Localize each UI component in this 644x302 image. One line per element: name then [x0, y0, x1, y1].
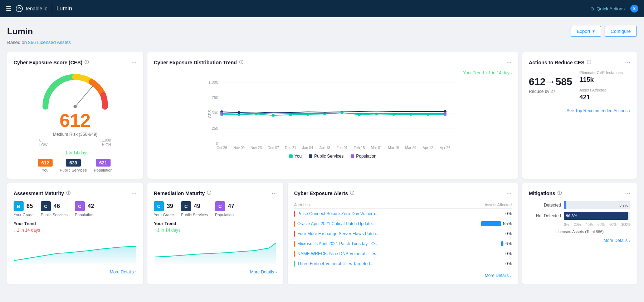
alert-indicator: [294, 221, 295, 227]
export-button[interactable]: Export ▾: [571, 26, 601, 37]
assessment-menu-icon[interactable]: ···: [131, 189, 137, 197]
remed-more-details[interactable]: More Details ›: [154, 269, 277, 274]
score-population-badge: 621: [96, 159, 111, 167]
eliminate-label: Eliminate CVE Instances: [579, 70, 623, 75]
legend-population-label: Population: [356, 154, 376, 159]
alert-link[interactable]: Oracle April 2021 Critical Patch Update.…: [297, 221, 375, 226]
miti-axis: 0% 20% 40% 60% 80% 100%: [564, 223, 630, 227]
ces-trend-value: ↓ 1 in 14 days: [62, 150, 88, 155]
miti-more-details[interactable]: More Details ›: [529, 238, 630, 243]
trend-info-icon[interactable]: ⓘ: [239, 59, 243, 65]
not-detected-bar-bg: 96.3%: [564, 212, 630, 220]
header-buttons: Export ▾ Configure: [571, 26, 637, 37]
ces-menu-icon[interactable]: ···: [131, 59, 137, 66]
alert-indicator: [294, 211, 295, 217]
assess-grade-public: C: [41, 201, 51, 211]
assessment-card-header: Assessment Maturity ⓘ ···: [14, 189, 137, 197]
mitigations-menu-icon[interactable]: ···: [625, 189, 630, 197]
remed-grade-you: C: [154, 201, 164, 211]
alerts-more-details[interactable]: More Details ›: [294, 273, 512, 278]
gauge-label: Medium Risk (350-649): [53, 132, 98, 137]
remed-grade-population: C: [215, 201, 225, 211]
remediation-menu-icon[interactable]: ···: [272, 189, 277, 197]
alert-indicator: [294, 231, 295, 237]
assessment-card: Assessment Maturity ⓘ ··· B 65 Your Grad…: [7, 183, 143, 284]
svg-text:Mar 15: Mar 15: [388, 146, 399, 150]
assessment-area-chart: [14, 236, 137, 264]
hamburger-icon[interactable]: ☰: [6, 5, 11, 13]
alert-link[interactable]: NAME:WRECK: Nine DNS Vulnerabilities...: [297, 251, 380, 256]
alert-link[interactable]: Pulse Connect Secure Zero-Day Vulnera...: [297, 211, 379, 216]
assess-score-population: C 42 Population: [75, 201, 94, 217]
assess-more-arrow-icon: ›: [135, 269, 137, 274]
ces-card: Cyber Exposure Score (CES) ⓘ ···: [7, 52, 143, 179]
detected-row: Detected 3.7%: [529, 201, 630, 209]
nav-divider: [52, 4, 52, 13]
not-detected-label: Not Detected: [529, 213, 561, 218]
alert-assets-cell: 55%: [456, 219, 512, 229]
alert-link[interactable]: Three Fortinet Vulnerabilities Targeted.…: [297, 261, 374, 266]
svg-text:0: 0: [216, 142, 218, 146]
trend-card: Cyber Exposure Distribution Trend ⓘ ··· …: [147, 52, 518, 179]
actions-info-icon[interactable]: ⓘ: [587, 59, 591, 65]
trend-menu-icon[interactable]: ···: [506, 59, 512, 66]
assets-value: 421: [579, 94, 623, 101]
legend-public-label: Public Services: [314, 154, 343, 159]
svg-text:CES: CES: [208, 110, 212, 118]
help-count: 8: [633, 6, 636, 11]
topnav: ☰ tenable.io Lumin ⊙ Quick Actions 8: [0, 0, 644, 17]
trend-legend: You Public Services Population: [154, 154, 512, 159]
see-more-link[interactable]: See Top Recommended Actions ›: [529, 108, 630, 113]
remediation-card-title: Remediation Maturity ⓘ: [154, 190, 211, 196]
see-more-arrow-icon: ›: [629, 108, 630, 113]
remed-trend-label: Your Trend: [154, 221, 277, 226]
svg-line-2: [75, 84, 94, 107]
alert-link[interactable]: Microsoft's April 2021 Patch Tuesday - O…: [297, 241, 378, 246]
detected-label: Detected: [529, 203, 561, 208]
mitigations-info-icon[interactable]: ⓘ: [557, 190, 562, 196]
mitigations-card-title: Mitigations ⓘ: [529, 190, 562, 196]
gauge-high-label: HIGH: [102, 143, 111, 147]
legend-public-dot: [309, 154, 312, 158]
actions-menu-icon[interactable]: ···: [625, 59, 630, 66]
help-badge[interactable]: 8: [630, 5, 638, 13]
assess-more-details[interactable]: More Details ›: [14, 269, 137, 274]
trend-card-header: Cyber Exposure Distribution Trend ⓘ ···: [154, 59, 512, 66]
actions-subtitle: Reduce by 27: [529, 89, 572, 94]
licensed-assets-link[interactable]: 866 Licensed Assets: [28, 40, 71, 45]
assessment-info-icon[interactable]: ⓘ: [66, 190, 70, 196]
not-detected-value: 96.3%: [566, 214, 577, 218]
svg-text:Apr 12: Apr 12: [423, 146, 433, 150]
score-public: 639 Public Services: [60, 159, 87, 172]
svg-text:750: 750: [212, 95, 218, 100]
alerts-more-arrow-icon: ›: [510, 273, 512, 278]
alert-assets-cell: 0%: [456, 229, 512, 239]
mitigations-card: Mitigations ⓘ ··· Detected 3.7% Not Dete…: [522, 183, 637, 284]
trend-your-trend: Your Trend ↓ 1 in 14 days: [154, 70, 512, 75]
actions-card-header: Actions to Reduce CES ⓘ ···: [529, 59, 630, 66]
alert-link[interactable]: Four More Exchange Server Flaws Patch...: [297, 231, 379, 236]
remed-more-arrow-icon: ›: [275, 269, 277, 274]
score-population: 621 Population: [94, 159, 112, 172]
gauge-range: 0 1,000: [39, 138, 111, 142]
quick-actions-button[interactable]: ⊙ Quick Actions: [590, 6, 625, 11]
score-you-badge: 612: [38, 159, 53, 167]
svg-text:1,000: 1,000: [208, 80, 218, 84]
actions-card: Actions to Reduce CES ⓘ ··· 612→585 Redu…: [522, 52, 637, 179]
tenable-logo-icon: [16, 5, 23, 12]
alerts-table: Alert Link Assets Affected Pulse Connect…: [294, 201, 512, 269]
svg-text:Jan 18: Jan 18: [319, 146, 330, 150]
configure-button[interactable]: Configure: [605, 26, 637, 37]
table-row: NAME:WRECK: Nine DNS Vulnerabilities...0…: [294, 249, 512, 259]
assess-trend-value: ↓ 1 in 14 days: [14, 228, 137, 233]
table-row: Four More Exchange Server Flaws Patch...…: [294, 229, 512, 239]
alerts-menu-icon[interactable]: ···: [506, 189, 512, 197]
alerts-info-icon[interactable]: ⓘ: [350, 190, 354, 196]
ces-info-icon[interactable]: ⓘ: [84, 59, 89, 65]
remediation-info-icon[interactable]: ⓘ: [207, 190, 211, 196]
alert-indicator: [294, 241, 295, 247]
assessment-card-title: Assessment Maturity ⓘ: [14, 190, 70, 196]
topnav-left: ☰ tenable.io Lumin: [6, 4, 72, 13]
legend-population-dot: [351, 154, 354, 158]
export-chevron-icon: ▾: [592, 29, 595, 34]
